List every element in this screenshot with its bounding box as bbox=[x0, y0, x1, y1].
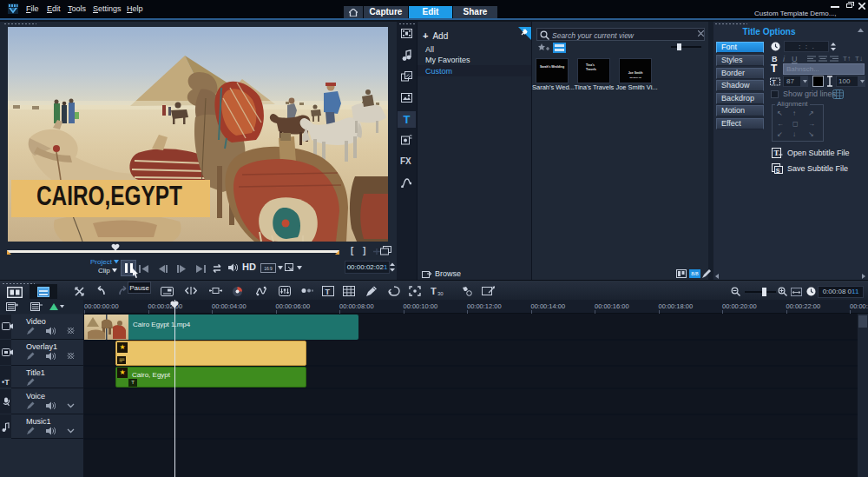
svg-text:T: T bbox=[431, 286, 437, 296]
svg-text:CAIRO,EGYPT: CAIRO,EGYPT bbox=[36, 180, 182, 211]
svg-text:T: T bbox=[326, 288, 331, 296]
svg-text:S: S bbox=[776, 168, 780, 174]
svg-text:T: T bbox=[774, 149, 779, 157]
svg-text:T: T bbox=[772, 78, 776, 86]
svg-text:30: 30 bbox=[437, 291, 444, 296]
